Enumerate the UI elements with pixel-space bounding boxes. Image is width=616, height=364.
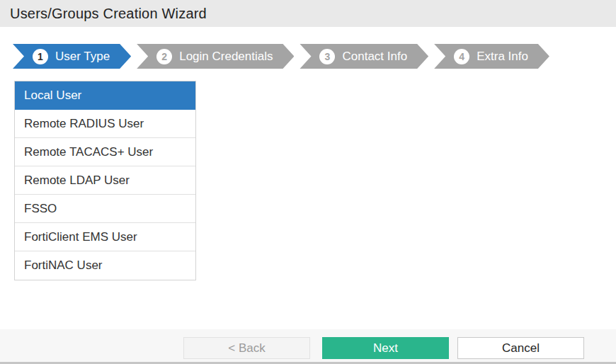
- cancel-button[interactable]: Cancel: [457, 337, 584, 359]
- wizard-footer: < Back Next Cancel: [0, 329, 616, 364]
- user-type-option[interactable]: Local User: [15, 81, 195, 110]
- step-number-badge: 2: [156, 49, 172, 64]
- step-number-badge: 4: [454, 49, 469, 64]
- wizard-step[interactable]: 3 Contact Info: [300, 44, 428, 69]
- back-button[interactable]: < Back: [183, 337, 310, 359]
- user-type-list: Local User Remote RADIUS User Remote TAC…: [14, 81, 196, 280]
- dialog-title: Users/Groups Creation Wizard: [10, 6, 207, 22]
- user-type-option[interactable]: FortiClient EMS User: [15, 223, 195, 251]
- wizard-step[interactable]: 2 Login Credentials: [137, 44, 294, 69]
- wizard-step[interactable]: 1 User Type: [13, 44, 131, 69]
- user-type-option[interactable]: FortiNAC User: [15, 251, 195, 280]
- step-label: Contact Info: [342, 50, 407, 64]
- wizard-step[interactable]: 4 Extra Info: [434, 44, 549, 69]
- user-type-option-label: FortiClient EMS User: [24, 230, 137, 244]
- step-label: Login Credentials: [179, 50, 273, 64]
- user-type-option[interactable]: Remote TACACS+ User: [15, 138, 195, 166]
- users-groups-creation-wizard-dialog: Users/Groups Creation Wizard 1 User Type…: [0, 0, 616, 364]
- next-button[interactable]: Next: [322, 337, 449, 359]
- user-type-option-label: Remote RADIUS User: [24, 117, 144, 131]
- step-number-badge: 1: [33, 49, 48, 64]
- user-type-option[interactable]: Remote RADIUS User: [15, 110, 195, 138]
- user-type-option-label: Remote LDAP User: [24, 174, 130, 188]
- wizard-step-breadcrumb: 1 User Type 2 Login Credentials 3 Contac…: [13, 44, 616, 69]
- user-type-option-label: FSSO: [24, 202, 57, 216]
- user-type-option-label: Local User: [24, 89, 81, 103]
- user-type-option[interactable]: Remote LDAP User: [15, 166, 195, 195]
- user-type-option-label: FortiNAC User: [24, 258, 103, 273]
- step-label: Extra Info: [477, 50, 528, 64]
- user-type-option[interactable]: FSSO: [15, 195, 195, 223]
- step-number-badge: 3: [319, 49, 335, 64]
- step-label: User Type: [55, 50, 110, 64]
- dialog-titlebar: Users/Groups Creation Wizard: [0, 0, 616, 27]
- user-type-option-label: Remote TACACS+ User: [24, 145, 153, 159]
